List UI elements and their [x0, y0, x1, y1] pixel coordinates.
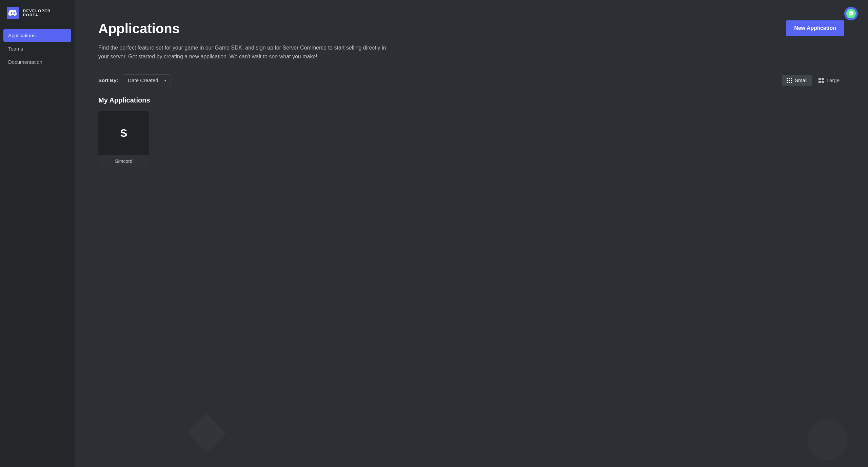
- main-content-area: Applications New Application Find the pe…: [75, 0, 868, 467]
- sidebar-item-teams[interactable]: Teams: [3, 42, 71, 55]
- view-small-button[interactable]: Small: [782, 75, 812, 86]
- svg-rect-5: [102, 338, 203, 440]
- sidebar-logo: DEVELOPER PORTAL: [0, 7, 75, 29]
- diamond-decoration-1: [188, 414, 226, 452]
- sort-select-wrapper: Date Created Name: [123, 74, 171, 86]
- diamond-decoration-2: [798, 411, 856, 467]
- view-toggle: Small Large: [782, 75, 844, 86]
- sidebar-item-applications[interactable]: Applications: [3, 29, 71, 42]
- section-title: My Applications: [98, 96, 844, 104]
- sidebar: DEVELOPER PORTAL Applications Teams Docu…: [0, 0, 75, 467]
- sidebar-logo-text: DEVELOPER PORTAL: [23, 9, 68, 17]
- app-card-name: Simcord: [98, 155, 149, 167]
- sort-group: Sort By: Date Created Name: [98, 74, 171, 86]
- sidebar-item-documentation[interactable]: Documentation: [3, 56, 71, 68]
- discord-logo-icon: [7, 7, 19, 19]
- new-application-button[interactable]: New Application: [786, 20, 844, 36]
- grid-small-icon: [787, 78, 792, 83]
- dot-grid-decoration: [102, 338, 203, 440]
- page-content: Applications New Application Find the pe…: [75, 0, 868, 188]
- sort-select[interactable]: Date Created Name: [123, 74, 171, 86]
- apps-grid: S Simcord: [98, 111, 844, 167]
- page-description: Find the perfect feature set for your ga…: [98, 43, 387, 61]
- page-title: Applications: [98, 20, 180, 37]
- view-large-button[interactable]: Large: [814, 75, 844, 86]
- sidebar-nav: Applications Teams Documentation: [0, 29, 75, 68]
- view-small-label: Small: [795, 77, 808, 83]
- view-large-label: Large: [827, 77, 840, 83]
- app-card-icon: S: [98, 111, 149, 155]
- page-header-row: Applications New Application: [98, 20, 844, 37]
- sort-label: Sort By:: [98, 77, 118, 83]
- controls-row: Sort By: Date Created Name: [98, 74, 844, 86]
- app-card-simcord[interactable]: S Simcord: [98, 111, 149, 167]
- app-initial: S: [120, 127, 127, 139]
- grid-large-icon: [818, 78, 824, 83]
